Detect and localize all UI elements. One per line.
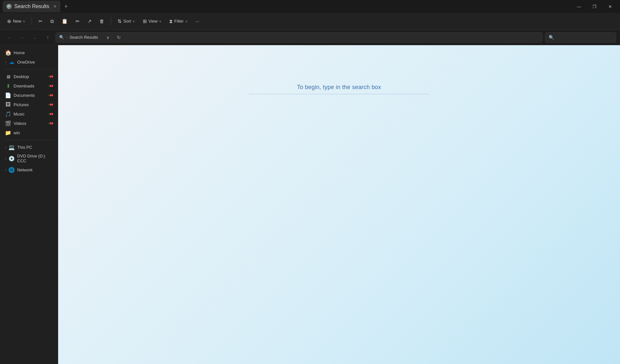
search-bar[interactable]: 🔍 <box>545 32 616 43</box>
sidebar-item-network[interactable]: › 🌐 Network <box>1 165 57 174</box>
dvd-icon: 💿 <box>9 156 15 161</box>
videos-icon: 🎬 <box>5 120 11 126</box>
filter-label: Filter <box>174 19 184 24</box>
thispc-chevron: › <box>5 146 6 149</box>
rename-button[interactable]: ✏ <box>72 16 83 26</box>
sidebar-item-desktop[interactable]: 🖥 Desktop 📌 <box>1 72 57 81</box>
sidebar-item-downloads[interactable]: ⬇ Downloads 📌 <box>1 81 57 90</box>
sort-button[interactable]: ⇅ Sort ∨ <box>114 16 138 26</box>
sidebar-label-home: Home <box>14 50 25 55</box>
sidebar-label-videos: Videos <box>14 121 26 126</box>
address-separator: › <box>66 35 67 40</box>
view-arrow: ∨ <box>159 20 161 23</box>
view-label: View <box>149 19 158 24</box>
paste-icon: 📋 <box>62 18 68 24</box>
rename-icon: ✏ <box>76 18 80 24</box>
up-button[interactable]: ↑ <box>43 32 53 43</box>
onedrive-icon: ☁ <box>9 59 15 65</box>
sidebar-item-documents[interactable]: 📄 Documents 📌 <box>1 91 57 100</box>
sidebar-item-home[interactable]: 🏠 Home <box>1 48 57 57</box>
window-controls: — ❐ ✕ <box>572 1 617 12</box>
desktop-icon: 🖥 <box>5 74 11 79</box>
sidebar-item-dvd[interactable]: › 💿 DVD Drive (D:) CCC <box>1 152 57 165</box>
maximize-button[interactable]: ❐ <box>587 1 602 12</box>
toolbar-sep-2 <box>111 17 111 25</box>
search-prompt: To begin, type in the search box <box>297 84 381 91</box>
forward-button[interactable]: → <box>17 32 27 43</box>
minimize-button[interactable]: — <box>572 1 586 12</box>
back-button[interactable]: ← <box>4 32 14 43</box>
close-button[interactable]: ✕ <box>603 1 617 12</box>
sidebar: 🏠 Home › ☁ OneDrive 🖥 Desktop 📌 ⬇ Downlo… <box>0 45 58 364</box>
copy-icon: ⧉ <box>50 18 54 24</box>
sidebar-sep-1 <box>4 69 54 69</box>
more-button[interactable]: ··· <box>192 16 203 26</box>
share-icon: ↗ <box>88 18 92 24</box>
documents-icon: 📄 <box>5 92 11 98</box>
refresh-button[interactable]: ↻ <box>114 32 124 43</box>
toolbar: ⊕ New ∨ ✂ ⧉ 📋 ✏ ↗ 🗑 ⇅ Sort ∨ ⊞ View ∨ ⧗ … <box>0 13 620 30</box>
new-arrow: ∨ <box>23 20 25 23</box>
paste-button[interactable]: 📋 <box>58 16 71 26</box>
downloads-pin-icon: 📌 <box>47 83 54 89</box>
onedrive-chevron: › <box>5 60 6 64</box>
delete-button[interactable]: 🗑 <box>96 16 108 26</box>
content-area: To begin, type in the search box <box>58 45 620 364</box>
delete-icon: 🗑 <box>99 18 104 24</box>
new-label: New <box>13 19 21 24</box>
tab-close-button[interactable]: ✕ <box>53 4 57 9</box>
sidebar-item-music[interactable]: 🎵 Music 📌 <box>1 109 57 118</box>
new-button[interactable]: ⊕ New ∨ <box>4 16 28 26</box>
address-actions: ∨ ↻ <box>100 32 124 43</box>
thispc-icon: 💻 <box>9 144 15 150</box>
sidebar-item-win[interactable]: 📁 win <box>1 128 57 137</box>
recent-button[interactable]: ⌄ <box>30 32 40 43</box>
sidebar-item-onedrive[interactable]: › ☁ OneDrive <box>1 57 57 66</box>
address-input[interactable]: 🔍 › Search Results ∨ ↻ <box>56 32 542 43</box>
tab-icon: 🔍 <box>6 4 12 9</box>
cut-icon: ✂ <box>38 18 43 24</box>
filter-button[interactable]: ⧗ Filter ∨ <box>166 16 191 26</box>
sidebar-label-pictures: Pictures <box>14 102 29 107</box>
dvd-chevron: › <box>5 157 6 160</box>
active-tab[interactable]: 🔍 Search Results ✕ <box>3 1 60 12</box>
tab-label: Search Results <box>14 4 49 9</box>
sidebar-label-onedrive: OneDrive <box>17 60 35 65</box>
sidebar-item-videos[interactable]: 🎬 Videos 📌 <box>1 119 57 128</box>
main-layout: 🏠 Home › ☁ OneDrive 🖥 Desktop 📌 ⬇ Downlo… <box>0 45 620 364</box>
title-bar-left: 🔍 Search Results ✕ + <box>3 1 71 12</box>
home-icon: 🏠 <box>5 50 11 56</box>
sidebar-sep-2 <box>4 140 54 140</box>
sort-arrow: ∨ <box>133 20 135 23</box>
sidebar-item-thispc[interactable]: › 💻 This PC <box>1 143 57 152</box>
videos-pin-icon: 📌 <box>47 120 54 126</box>
sort-icon: ⇅ <box>118 18 122 24</box>
address-breadcrumb: Search Results <box>69 35 98 40</box>
new-icon: ⊕ <box>7 18 11 24</box>
view-button[interactable]: ⊞ View ∨ <box>140 16 165 26</box>
more-icon: ··· <box>195 18 200 24</box>
add-tab-button[interactable]: + <box>62 2 71 11</box>
network-chevron: › <box>5 168 6 172</box>
cut-button[interactable]: ✂ <box>35 16 46 26</box>
win-folder-icon: 📁 <box>5 130 11 136</box>
sidebar-label-network: Network <box>17 167 33 172</box>
title-bar: 🔍 Search Results ✕ + — ❐ ✕ <box>0 0 620 13</box>
desktop-pin-icon: 📌 <box>47 73 54 79</box>
search-prompt-line <box>249 94 429 94</box>
address-dropdown-button[interactable]: ∨ <box>103 32 113 43</box>
sidebar-label-documents: Documents <box>14 93 35 98</box>
sidebar-item-pictures[interactable]: 🖼 Pictures 📌 <box>1 100 57 109</box>
address-search-icon: 🔍 <box>59 35 64 40</box>
copy-button[interactable]: ⧉ <box>47 16 57 26</box>
toolbar-sep-1 <box>32 17 32 25</box>
music-pin-icon: 📌 <box>47 111 54 117</box>
sidebar-label-win: win <box>14 130 20 135</box>
downloads-icon: ⬇ <box>5 83 11 89</box>
sidebar-label-desktop: Desktop <box>14 74 29 79</box>
sidebar-label-thispc: This PC <box>17 145 32 150</box>
network-icon: 🌐 <box>9 167 15 173</box>
share-button[interactable]: ↗ <box>84 16 95 26</box>
music-icon: 🎵 <box>5 111 11 117</box>
search-input[interactable] <box>556 35 613 40</box>
